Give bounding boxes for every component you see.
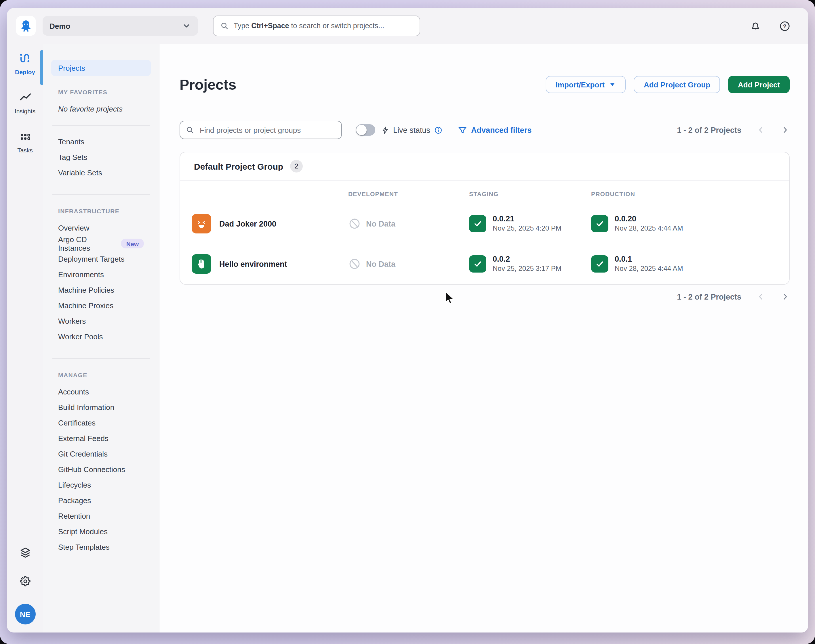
project-count-badge: 2 <box>290 160 303 173</box>
previous-page-button[interactable] <box>756 292 766 301</box>
insights-icon <box>18 91 32 105</box>
infrastructure-section-header: INFRASTRUCTURE <box>58 208 151 215</box>
sidebar-item-workers[interactable]: Workers <box>51 313 151 329</box>
development-cell: No Data <box>341 258 462 270</box>
sidebar-item-lifecycles[interactable]: Lifecycles <box>51 477 151 493</box>
tasks-icon <box>18 130 32 144</box>
column-header-production: PRODUCTION <box>584 190 789 197</box>
deployment-chip[interactable]: 0.0.1 Nov 28, 2025 4:44 AM <box>591 255 683 273</box>
lightning-icon <box>381 126 390 134</box>
deployment-chip[interactable]: 0.0.2 Nov 25, 2025 3:17 PM <box>469 255 561 273</box>
release-version: 0.0.2 <box>493 255 561 265</box>
notifications-bell-icon[interactable] <box>749 20 761 32</box>
active-section-indicator <box>40 50 43 85</box>
no-data-icon <box>348 217 361 230</box>
global-search-input[interactable]: Type Ctrl+Space to search or switch proj… <box>213 15 420 36</box>
sidebar-item-projects[interactable]: Projects <box>51 60 151 76</box>
toggle-knob <box>356 125 367 135</box>
divider <box>52 358 150 359</box>
next-page-button[interactable] <box>780 292 790 301</box>
project-group-card: Default Project Group 2 DEVELOPMENT STAG… <box>180 152 790 285</box>
sidebar-item-external-feeds[interactable]: External Feeds <box>51 431 151 446</box>
sidebar-item-variable-sets[interactable]: Variable Sets <box>51 165 151 181</box>
pagination-label: 1 - 2 of 2 Projects <box>677 126 741 134</box>
find-projects-input[interactable] <box>180 121 342 139</box>
pagination-label: 1 - 2 of 2 Projects <box>677 292 741 301</box>
sidebar-item-packages[interactable]: Packages <box>51 493 151 508</box>
import-export-button[interactable]: Import/Export <box>546 76 626 93</box>
rail-item-tasks[interactable]: Tasks <box>17 130 33 153</box>
project-link[interactable]: Dad Joker 2000 <box>180 214 341 233</box>
chevron-down-icon <box>182 21 191 31</box>
deployment-date: Nov 28, 2025 4:44 AM <box>615 264 683 273</box>
release-version: 0.0.20 <box>615 215 683 224</box>
divider <box>52 194 150 195</box>
rail-item-insights[interactable]: Insights <box>15 91 35 114</box>
rail-item-label: Deploy <box>15 68 35 75</box>
success-check-icon <box>469 255 486 273</box>
release-version: 0.0.1 <box>615 255 683 265</box>
sidebar-item-tag-sets[interactable]: Tag Sets <box>51 149 151 165</box>
import-export-label: Import/Export <box>555 80 604 89</box>
global-search-placeholder: Type Ctrl+Space to search or switch proj… <box>234 22 384 30</box>
sidebar-item-argo-cd-instances[interactable]: Argo CD Instances New <box>51 236 151 251</box>
top-bar-actions: ? <box>749 20 795 32</box>
new-badge: New <box>121 239 144 248</box>
rail-item-label: Insights <box>15 107 35 114</box>
sidebar-item-machine-policies[interactable]: Machine Policies <box>51 282 151 298</box>
sidebar-item-worker-pools[interactable]: Worker Pools <box>51 329 151 344</box>
sidebar-item-github-connections[interactable]: GitHub Connections <box>51 462 151 477</box>
sidebar-item-certificates[interactable]: Certificates <box>51 415 151 431</box>
previous-page-button[interactable] <box>756 125 766 135</box>
deployment-chip[interactable]: 0.0.21 Nov 25, 2025 4:20 PM <box>469 215 561 233</box>
sidebar-item-build-information[interactable]: Build Information <box>51 400 151 415</box>
deployment-chip[interactable]: 0.0.20 Nov 28, 2025 4:44 AM <box>591 215 683 233</box>
staging-cell: 0.0.2 Nov 25, 2025 3:17 PM <box>462 255 584 273</box>
sidebar-item-git-credentials[interactable]: Git Credentials <box>51 446 151 462</box>
project-group-header[interactable]: Default Project Group 2 <box>180 152 789 181</box>
success-check-icon <box>591 255 608 273</box>
deployment-date: Nov 25, 2025 3:17 PM <box>493 264 561 273</box>
filter-bar: Live status <box>180 121 790 139</box>
add-project-button[interactable]: Add Project <box>728 76 790 93</box>
project-link[interactable]: Hello environment <box>180 254 341 274</box>
project-name: Hello environment <box>219 260 287 268</box>
add-project-group-button[interactable]: Add Project Group <box>634 76 720 93</box>
live-status-label: Live status <box>381 126 442 134</box>
sidebar-item-tenants[interactable]: Tenants <box>51 134 151 149</box>
sidebar-item-machine-proxies[interactable]: Machine Proxies <box>51 298 151 313</box>
sidebar-item-step-templates[interactable]: Step Templates <box>51 539 151 555</box>
info-icon[interactable] <box>434 126 442 134</box>
filter-funnel-icon <box>457 125 467 135</box>
project-name: Dad Joker 2000 <box>219 219 276 228</box>
rail-bottom: NE <box>15 546 35 633</box>
user-avatar[interactable]: NE <box>15 604 35 624</box>
staging-cell: 0.0.21 Nov 25, 2025 4:20 PM <box>462 215 584 233</box>
help-icon[interactable]: ? <box>779 20 791 32</box>
pagination-top: 1 - 2 of 2 Projects <box>677 125 790 135</box>
project-row[interactable]: Hello environment No Data <box>180 244 789 284</box>
column-header-development: DEVELOPMENT <box>341 190 462 197</box>
space-switcher[interactable]: Demo <box>43 16 198 36</box>
rail-item-deploy[interactable]: Deploy <box>15 52 35 75</box>
advanced-filters-link[interactable]: Advanced filters <box>457 125 532 135</box>
settings-gear-icon[interactable] <box>19 575 31 588</box>
favorites-empty-text: No favorite projects <box>51 101 151 117</box>
sidebar-item-accounts[interactable]: Accounts <box>51 384 151 400</box>
project-avatar-smiley-icon <box>192 214 211 233</box>
sidebar-item-deployment-targets[interactable]: Deployment Targets <box>51 251 151 267</box>
pagination-bottom: 1 - 2 of 2 Projects <box>677 292 790 301</box>
sidebar-item-environments[interactable]: Environments <box>51 267 151 282</box>
sidebar-item-overview[interactable]: Overview <box>51 220 151 236</box>
octopus-logo <box>16 16 36 36</box>
sidebar-item-retention[interactable]: Retention <box>51 508 151 524</box>
next-page-button[interactable] <box>780 125 790 135</box>
deployment-date: Nov 28, 2025 4:44 AM <box>615 224 683 233</box>
sidebar-item-script-modules[interactable]: Script Modules <box>51 524 151 539</box>
favorites-section-header: MY FAVORITES <box>58 89 151 95</box>
search-icon <box>220 21 229 31</box>
live-status-toggle[interactable] <box>356 124 375 136</box>
no-data-icon <box>348 258 361 270</box>
project-row[interactable]: Dad Joker 2000 No Data <box>180 204 789 244</box>
layers-icon[interactable] <box>19 546 31 559</box>
